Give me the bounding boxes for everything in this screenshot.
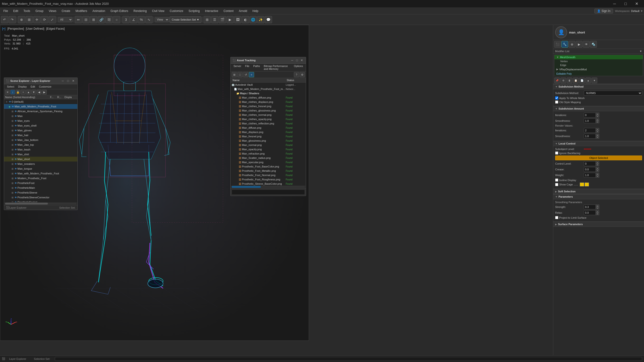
visibility-icon[interactable]: 👁 xyxy=(14,167,17,170)
strength-down[interactable]: ▼ xyxy=(596,207,599,209)
viewport-label-user-defined[interactable]: [User Defined] xyxy=(26,27,44,30)
menu-arnold[interactable]: Arnold xyxy=(236,9,250,13)
scene-explorer-button[interactable]: ⊞ xyxy=(204,16,211,23)
at-list-item[interactable]: 📄Man_with_Modern_Prosthetic_Foot_max_vra… xyxy=(231,87,306,91)
align-button[interactable]: ⊟ xyxy=(82,16,90,23)
at-menu-server[interactable]: Server xyxy=(232,64,243,71)
visibility-icon[interactable]: 👁 xyxy=(14,163,17,165)
se-list-item[interactable]: ⊞👁Man_Jaw_bottom xyxy=(4,138,77,142)
weight-down[interactable]: ▼ xyxy=(596,175,599,178)
relax-up[interactable]: ▲ xyxy=(596,210,599,213)
apply-whole-mesh-checkbox-label[interactable]: Apply To Whole Mesh xyxy=(555,96,584,99)
view-dropdown[interactable]: View xyxy=(155,17,169,22)
crease-up[interactable]: ▲ xyxy=(596,167,599,169)
render-button[interactable]: ▶ xyxy=(226,16,234,23)
visibility-icon[interactable]: 👁 xyxy=(14,134,17,137)
at-list-item[interactable]: 🖼Man_refraction.pngFound xyxy=(231,151,306,156)
old-style-mapping-checkbox[interactable] xyxy=(555,100,558,104)
isoline-display-label[interactable]: Isoline Display xyxy=(555,178,576,182)
minimize-button[interactable]: ─ xyxy=(609,0,620,8)
modifier-edge[interactable]: Edge xyxy=(554,63,643,67)
control-level-up[interactable]: ▲ xyxy=(596,161,599,164)
environment-button[interactable]: 🌐 xyxy=(250,16,257,23)
redo-button[interactable]: ↷ xyxy=(8,16,16,23)
workspace-dropdown-icon[interactable]: ▼ xyxy=(640,9,643,12)
se-list-item[interactable]: ⊞👁Man_Jaw_top xyxy=(4,142,77,147)
link-button[interactable]: 🔗 xyxy=(98,16,105,23)
se-up-btn[interactable]: ▲ xyxy=(26,90,31,94)
at-list-item[interactable]: 🖼Man_clothes_displace.pngFound xyxy=(231,100,306,104)
se-down-btn[interactable]: ▼ xyxy=(31,90,36,94)
visibility-icon[interactable]: 👁 xyxy=(14,201,17,202)
hierarchy-tab[interactable]: ⊕ xyxy=(568,41,575,48)
subdiv-method-select[interactable]: NURMS Classic Quad Output xyxy=(584,91,642,95)
se-sort-btn[interactable]: ↕ xyxy=(10,90,15,94)
at-list-item[interactable]: 🖼Prosthetic_Sleeve_BaseColor.pngFound xyxy=(231,182,306,185)
menu-civil-view[interactable]: Civil View xyxy=(150,9,167,13)
signin-button[interactable]: 👤 Sign In xyxy=(594,8,613,13)
at-list-item[interactable]: 🖼Prosthetic_Foot_Normal.pngFound xyxy=(231,173,306,177)
at-help-btn[interactable]: ? xyxy=(294,72,299,77)
cage-color-btn2[interactable] xyxy=(584,183,589,186)
apply-whole-mesh-checkbox[interactable] xyxy=(555,96,558,99)
mod-settings-btn[interactable]: ⚙ xyxy=(560,77,566,83)
section-subdivision-amount[interactable]: ▼ Subdivision Amount xyxy=(553,106,644,111)
at-settings-btn[interactable]: ⚙ xyxy=(300,72,305,77)
project-to-limit-checkbox[interactable] xyxy=(555,216,558,219)
render-frame-button[interactable]: 🖼 xyxy=(234,16,242,23)
at-input-bar[interactable] xyxy=(232,189,305,195)
at-menu-bitmap[interactable]: Bitmap Performance and Memory xyxy=(262,64,292,71)
maximize-button[interactable]: □ xyxy=(620,0,631,8)
render-message-button[interactable]: 💬 xyxy=(265,16,272,23)
mod-down-btn[interactable]: ▼ xyxy=(592,77,597,83)
se-close-button[interactable]: ✕ xyxy=(71,79,76,83)
select-object-button[interactable]: ⊕ xyxy=(18,16,25,23)
menu-file[interactable]: File xyxy=(1,9,10,13)
modifier-list-dropdown[interactable]: ▼ xyxy=(640,50,642,53)
at-btn-3[interactable]: ↺ xyxy=(243,72,248,77)
se-menu-customize[interactable]: Customize xyxy=(37,85,54,88)
motion-tab[interactable]: ▶ xyxy=(576,41,582,48)
visibility-icon[interactable]: 👁 xyxy=(14,120,17,122)
se-list-item[interactable]: ⊞👁ProstheticSocket xyxy=(4,200,77,202)
at-list-item[interactable]: 🖼Man_clothes_opacity.pngFound xyxy=(231,117,306,121)
menu-animation[interactable]: Animation xyxy=(90,9,108,13)
se-add-btn[interactable]: + xyxy=(21,90,26,94)
se-list-item[interactable]: ⊞👁Man_short xyxy=(4,157,77,161)
section-local-control[interactable]: ▼ Local Control xyxy=(553,141,644,146)
at-close-button[interactable]: ✕ xyxy=(300,58,304,62)
se-list-item[interactable]: ⊞👁Man_eyes_shell xyxy=(4,123,77,128)
effects-button[interactable]: ✨ xyxy=(257,16,264,23)
visibility-icon[interactable]: 👁 xyxy=(14,115,17,117)
se-right-btn[interactable]: ▶ xyxy=(42,90,47,94)
se-list-item[interactable]: ⊞👁Man_sneakers xyxy=(4,161,77,166)
mod-pin-btn[interactable]: 📌 xyxy=(554,77,560,83)
at-list-item[interactable]: 🖼Man_diffuse.pngFound xyxy=(231,126,306,130)
spinner-snap-button[interactable]: ∿ xyxy=(145,16,152,23)
se-list-item[interactable]: ⊞👁Man_gloves xyxy=(4,128,77,133)
se-scrollbar[interactable] xyxy=(5,203,76,205)
visibility-icon[interactable]: 👁 xyxy=(14,191,17,194)
visibility-icon[interactable]: 👁 xyxy=(14,124,17,127)
create-selection-set-button[interactable]: Create Selection Set ▼ xyxy=(170,16,202,23)
visibility-icon[interactable]: 👁 xyxy=(14,187,17,189)
visibility-icon[interactable]: 👁 xyxy=(14,144,17,146)
layer-manager-button[interactable]: ☰ xyxy=(211,16,218,23)
se-list-item[interactable]: ⊞👁Man_shirt xyxy=(4,152,77,157)
se-list-item[interactable]: ⊞👁Man_with_Modern_Prosthetic_Foot xyxy=(4,171,77,176)
control-level-spinner[interactable]: 0 ▲ ▼ xyxy=(584,161,599,166)
crease-spinner[interactable]: 0.0 ▲ ▼ xyxy=(584,167,599,172)
menu-graph-editors[interactable]: Graph Editors xyxy=(108,9,130,13)
at-list-item[interactable]: 🖼Man_clothes_diffuse.pngFound xyxy=(231,95,306,100)
menu-rendering[interactable]: Rendering xyxy=(131,9,149,13)
at-list-item[interactable]: 🖼Prosthetic_Foot_Metallic.pngFound xyxy=(231,169,306,173)
modifier-editable-poly[interactable]: Editable Poly xyxy=(554,71,643,76)
render-smoothness-spinner[interactable]: 1.0 ▲ ▼ xyxy=(584,134,599,139)
se-list-item[interactable]: ⊞👁Man_eyes xyxy=(4,118,77,123)
cage-color-btn1[interactable] xyxy=(580,183,584,186)
se-list-item[interactable]: ⊞👁Man xyxy=(4,114,77,118)
visibility-icon[interactable]: 👁 xyxy=(14,158,17,161)
modifier-vray-displacement[interactable]: ▶ VRayDisplacementMod xyxy=(554,67,643,71)
menu-content[interactable]: Content xyxy=(221,9,236,13)
strength-up[interactable]: ▲ xyxy=(596,205,599,207)
